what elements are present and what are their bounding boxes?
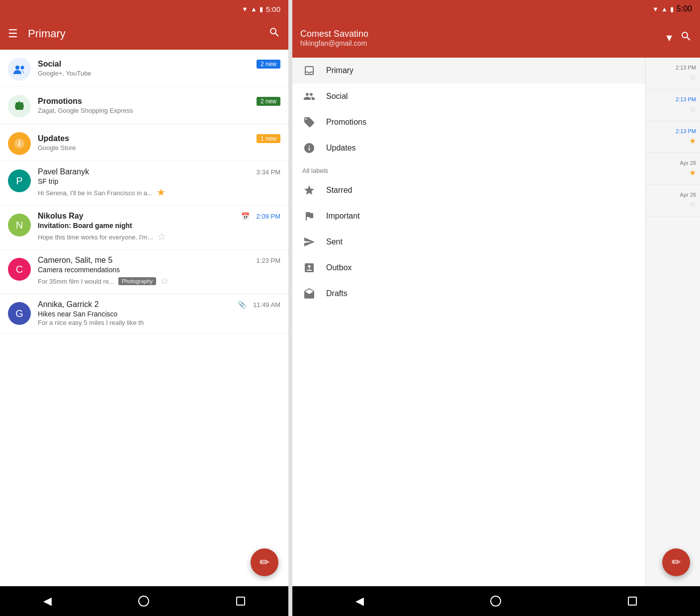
drawer-list: Primary 57 Social 2 new Promotions 2 new [292, 58, 700, 586]
account-info: Comest Savatino hikingfan@gmail.com [300, 29, 658, 47]
updates-header: Updates 1 new [38, 134, 280, 143]
right-battery-icon: ▮ [670, 5, 674, 13]
social-title: Social [38, 60, 61, 69]
email-pavel[interactable]: P Pavel Baranyk 3:34 PM SF trip Hi Seren… [0, 161, 288, 206]
drawer-important[interactable]: Important [292, 203, 700, 229]
svg-text:i: i [18, 139, 20, 148]
drawer-sent-label: Sent [326, 237, 690, 246]
category-promotions[interactable]: Promotions 2 new Zagat, Google Shopping … [0, 87, 288, 124]
compose-icon: ✏ [260, 555, 269, 569]
dropdown-icon[interactable]: ▼ [664, 32, 674, 44]
toolbar-title: Primary [28, 27, 259, 40]
menu-icon[interactable]: ☰ [8, 27, 18, 40]
partial-star-2: ☆ [689, 104, 696, 114]
drawer-promotions-icon [302, 116, 316, 128]
email-pavel-preview-row: Hi Serena, I'll be in San Francisco in a… [38, 186, 280, 199]
partial-time-1: 2:13 PM [676, 65, 696, 71]
recent-button[interactable] [236, 597, 245, 606]
promotions-badge: 2 new [257, 97, 280, 106]
social-header: Social 2 new [38, 60, 280, 69]
promotions-subtitle: Zagat, Google Shopping Express [38, 107, 280, 114]
search-icon[interactable] [268, 26, 280, 41]
right-search-icon[interactable] [680, 30, 692, 45]
drawer-updates-icon [302, 142, 316, 154]
drawer-outbox-label: Outbox [326, 263, 690, 272]
home-button[interactable] [138, 596, 149, 607]
partial-email-3: 2:13 PM ★ [646, 121, 700, 153]
partial-email-1: 2:13 PM ☆ [646, 58, 700, 89]
social-subtitle: Google+, YouTube [38, 70, 280, 77]
outbox-icon [302, 262, 316, 274]
email-annika-preview-row: For a nice easy 5 miles I really like th [38, 319, 280, 326]
star-nikolus[interactable]: ☆ [157, 231, 166, 242]
wifi-icon: ▼ [242, 5, 248, 13]
partial-email-4: Apr 28 ★ [646, 153, 700, 185]
email-cameron-sender: Cameron, Salit, me 5 [38, 256, 112, 265]
email-pavel-subject: SF trip [38, 177, 280, 185]
drawer-outbox[interactable]: Outbox [292, 255, 700, 281]
compose-fab[interactable]: ✏ [251, 548, 278, 576]
social-avatar [8, 58, 31, 80]
svg-point-2 [21, 66, 24, 70]
account-email: hikingfan@gmail.com [300, 39, 658, 47]
back-button[interactable]: ◀ [43, 595, 52, 608]
email-nikolus-header: Nikolus Ray 📅 2:09 PM [38, 212, 280, 221]
social-content: Social 2 new Google+, YouTube [38, 60, 280, 77]
signal-icon: ▲ [251, 5, 257, 13]
email-pavel-preview: Hi Serena, I'll be in San Francisco in a… [38, 189, 153, 197]
drawer-important-label: Important [326, 212, 690, 221]
panel-divider [288, 0, 292, 616]
status-icons: ▼ ▲ ▮ [242, 5, 263, 13]
email-nikolus-content: Nikolus Ray 📅 2:09 PM Invitation: Board … [38, 212, 280, 243]
promotions-content: Promotions 2 new Zagat, Google Shopping … [38, 97, 280, 114]
email-cameron-subject: Camera recommendations [38, 266, 280, 274]
drawer-promotions[interactable]: Promotions 2 new [292, 109, 700, 135]
svg-point-1 [15, 66, 19, 70]
drafts-icon [302, 288, 316, 300]
email-pavel-sender: Pavel Baranyk [38, 167, 89, 176]
drawer-drafts-label: Drafts [326, 289, 690, 298]
drawer-social[interactable]: Social 2 new [292, 83, 700, 109]
account-name: Comest Savatino [300, 29, 658, 39]
drawer-starred[interactable]: Starred [292, 177, 700, 203]
email-annika-preview: For a nice easy 5 miles I really like th [38, 319, 144, 326]
drawer-promotions-label: Promotions [326, 118, 656, 127]
drawer-updates[interactable]: Updates 1 new [292, 135, 700, 161]
category-social[interactable]: Social 2 new Google+, YouTube [0, 50, 288, 87]
photography-tag: Photography [118, 277, 156, 285]
left-time: 5:00 [266, 5, 280, 13]
star-cameron[interactable]: ☆ [160, 275, 169, 287]
email-list: Social 2 new Google+, YouTube [0, 50, 288, 586]
left-toolbar: ☰ Primary [0, 18, 288, 50]
battery-icon: ▮ [260, 5, 263, 13]
partial-star-5: ☆ [689, 200, 696, 209]
drawer-sent[interactable]: Sent [292, 229, 700, 255]
send-icon [302, 236, 316, 248]
right-wifi-icon: ▼ [652, 5, 659, 13]
updates-title: Updates [38, 134, 69, 143]
right-signal-icon: ▲ [661, 5, 668, 13]
email-nikolus[interactable]: N Nikolus Ray 📅 2:09 PM Invitation: Boar… [0, 206, 288, 250]
right-compose-icon: ✏ [672, 556, 681, 569]
right-compose-fab[interactable]: ✏ [662, 548, 690, 576]
right-back-button[interactable]: ◀ [355, 595, 364, 608]
email-cameron-header: Cameron, Salit, me 5 1:23 PM [38, 256, 280, 265]
category-updates[interactable]: i Updates 1 new Google Store [0, 124, 288, 161]
email-annika[interactable]: G Annika, Garrick 2 📎 11:49 AM Hikes nea… [0, 294, 288, 334]
email-cameron-time: 1:23 PM [257, 257, 280, 264]
email-pavel-content: Pavel Baranyk 3:34 PM SF trip Hi Serena,… [38, 167, 280, 199]
partial-email-list: 2:13 PM ☆ 2:13 PM ☆ 2:13 PM ★ Apr 28 ★ A… [645, 58, 700, 586]
star-pavel[interactable]: ★ [157, 186, 166, 198]
email-annika-sender: Annika, Garrick 2 [38, 300, 99, 309]
email-cameron[interactable]: C Cameron, Salit, me 5 1:23 PM Camera re… [0, 250, 288, 294]
right-home-button[interactable] [490, 596, 501, 607]
drawer-primary[interactable]: Primary 57 [292, 58, 700, 83]
star-icon [302, 184, 316, 196]
all-labels-header: All labels [292, 161, 700, 177]
drawer-social-label: Social [326, 92, 656, 101]
updates-avatar: i [8, 132, 31, 155]
email-nikolus-time: 2:09 PM [257, 213, 280, 220]
email-pavel-time: 3:34 PM [257, 168, 280, 176]
drawer-drafts[interactable]: Drafts [292, 281, 700, 307]
right-recent-button[interactable] [628, 597, 637, 606]
